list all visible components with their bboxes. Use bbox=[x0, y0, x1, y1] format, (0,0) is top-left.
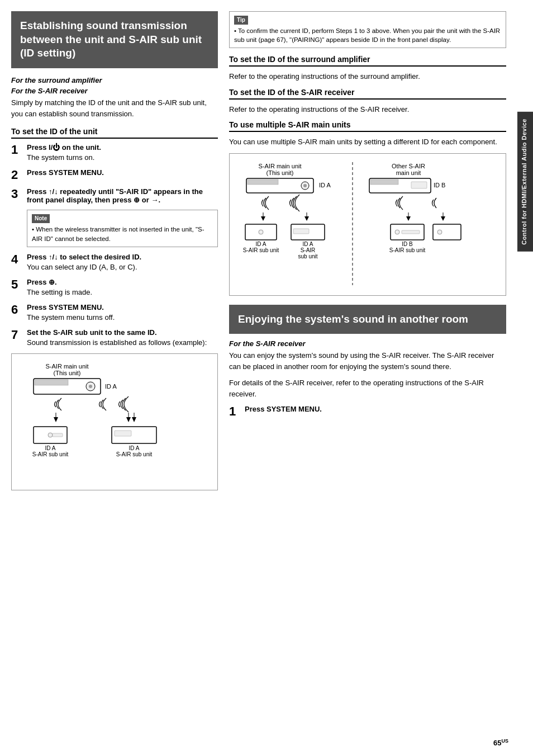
bottom-para-2: For details of the S-AIR receiver, refer… bbox=[229, 377, 506, 399]
step-3-content: Press ↑/↓ repeatedly until "S-AIR ID" ap… bbox=[27, 187, 218, 204]
svg-text:ID A: ID A bbox=[319, 182, 331, 188]
bottom-subtitle: For the S-AIR receiver bbox=[229, 339, 506, 348]
page-title: Establishing sound transmission between … bbox=[20, 19, 209, 60]
bottom-title-box: Enjoying the system's sound in another r… bbox=[229, 305, 506, 334]
section-heading-set-id: To set the ID of the unit bbox=[11, 127, 218, 139]
svg-rect-26 bbox=[248, 179, 278, 185]
step-1-desc: The system turns on. bbox=[27, 153, 218, 163]
step-2-title: Press SYSTEM MENU. bbox=[27, 168, 104, 177]
section-sair-heading: To set the ID of the S-AIR receiver bbox=[229, 88, 506, 100]
svg-rect-11 bbox=[53, 433, 63, 437]
step-1-content: Press I/⏻ on the unit. The system turns … bbox=[27, 143, 218, 163]
intro-text: Simply by matching the ID of the unit an… bbox=[11, 97, 218, 119]
diagram-2: S-AIR main unit (This unit) ID A bbox=[229, 153, 506, 296]
step-num-2: 2 bbox=[11, 168, 27, 182]
step-5-desc: The setting is made. bbox=[27, 287, 218, 297]
svg-rect-19 bbox=[115, 431, 131, 436]
bottom-step-1-title: Press SYSTEM MENU. bbox=[245, 405, 322, 413]
step-5-title: Press ⊕. bbox=[27, 278, 57, 286]
svg-point-52 bbox=[395, 230, 399, 234]
svg-marker-37 bbox=[304, 216, 309, 221]
svg-rect-47 bbox=[411, 182, 427, 188]
svg-marker-50 bbox=[406, 216, 411, 221]
step-1-title: Press I/⏻ on the unit. bbox=[27, 143, 101, 152]
svg-point-28 bbox=[303, 184, 307, 187]
step-4-title: Press ↑/↓ to select the desired ID. bbox=[27, 253, 141, 261]
svg-marker-31 bbox=[261, 216, 265, 221]
step-1: 1 Press I/⏻ on the unit. The system turn… bbox=[11, 143, 218, 163]
svg-text:ID A: ID A bbox=[105, 383, 117, 390]
step-num-7: 7 bbox=[11, 328, 27, 342]
svg-text:S-AIR main unit: S-AIR main unit bbox=[45, 363, 88, 370]
section-multiple-text: You can use multiple S-AIR main units by… bbox=[229, 136, 506, 148]
step-2: 2 Press SYSTEM MENU. bbox=[11, 168, 218, 182]
svg-point-33 bbox=[259, 230, 263, 234]
svg-text:S-AIR sub unit: S-AIR sub unit bbox=[243, 247, 279, 253]
step-3-title: Press ↑/↓ repeatedly until "S-AIR ID" ap… bbox=[27, 187, 203, 204]
svg-text:S-AIR sub unit: S-AIR sub unit bbox=[389, 247, 426, 253]
tip-label: Tip bbox=[234, 16, 248, 25]
step-num-3: 3 bbox=[11, 187, 27, 201]
svg-marker-8 bbox=[54, 417, 58, 422]
svg-text:ID B: ID B bbox=[402, 241, 413, 247]
step-5: 5 Press ⊕. The setting is made. bbox=[11, 278, 218, 297]
step-7-title: Set the S-AIR sub unit to the same ID. bbox=[27, 328, 157, 337]
bottom-step-1-content: Press SYSTEM MENU. bbox=[245, 405, 506, 413]
main-content: Establishing sound transmission between … bbox=[0, 0, 517, 756]
diagram-1-svg: S-AIR main unit (This unit) ID A bbox=[17, 360, 212, 483]
step-num-1: 1 bbox=[11, 143, 27, 157]
svg-point-5 bbox=[89, 385, 92, 388]
step-6: 6 Press SYSTEM MENU. The system menu tur… bbox=[11, 303, 218, 323]
step-4: 4 Press ↑/↓ to select the desired ID. Yo… bbox=[11, 253, 218, 272]
step-4-desc: You can select any ID (A, B, or C). bbox=[27, 262, 218, 272]
right-column: Tip • To confirm the current ID, perform… bbox=[229, 11, 506, 745]
svg-text:ID A: ID A bbox=[45, 445, 56, 451]
step-7: 7 Set the S-AIR sub unit to the same ID.… bbox=[11, 328, 218, 348]
step-3: 3 Press ↑/↓ repeatedly until "S-AIR ID" … bbox=[11, 187, 218, 204]
subtitle-2: For the S-AIR receiver bbox=[11, 87, 218, 95]
svg-rect-39 bbox=[293, 229, 309, 234]
svg-rect-53 bbox=[402, 230, 420, 234]
svg-marker-55 bbox=[441, 216, 445, 221]
step-num-6: 6 bbox=[11, 303, 27, 316]
svg-text:main unit: main unit bbox=[396, 169, 421, 176]
bottom-step-1: 1 Press SYSTEM MENU. bbox=[229, 405, 506, 418]
svg-point-10 bbox=[48, 433, 53, 437]
diagram-2-svg: S-AIR main unit (This unit) ID A bbox=[235, 159, 470, 288]
subtitle-1: For the surround amplifier bbox=[11, 76, 218, 84]
step-7-desc: Sound transmission is established as fol… bbox=[27, 338, 218, 348]
tip-text: • To confirm the current ID, perform Ste… bbox=[234, 26, 501, 44]
svg-rect-3 bbox=[35, 380, 68, 385]
left-column: Establishing sound transmission between … bbox=[11, 11, 218, 745]
section-sair-text: Refer to the operating instructions of t… bbox=[229, 104, 506, 115]
step-5-content: Press ⊕. The setting is made. bbox=[27, 278, 218, 297]
page-container: Control for HDMI/External Audio Device E… bbox=[0, 0, 533, 756]
bottom-para-1: You can enjoy the system's sound by usin… bbox=[229, 350, 506, 372]
title-box: Establishing sound transmission between … bbox=[11, 11, 218, 68]
step-2-content: Press SYSTEM MENU. bbox=[27, 168, 218, 177]
svg-text:ID A: ID A bbox=[129, 445, 140, 451]
section-surround-text: Refer to the operating instructions of t… bbox=[229, 71, 506, 82]
svg-text:(This unit): (This unit) bbox=[266, 169, 294, 176]
step-num-5: 5 bbox=[11, 278, 27, 291]
svg-text:ID A: ID A bbox=[256, 241, 266, 247]
side-tab: Control for HDMI/External Audio Device bbox=[517, 112, 533, 252]
svg-text:ID A: ID A bbox=[303, 241, 313, 247]
svg-text:(This unit): (This unit) bbox=[54, 370, 81, 376]
svg-text:S-AIR main unit: S-AIR main unit bbox=[258, 163, 301, 169]
bottom-title: Enjoying the system's sound in another r… bbox=[238, 313, 497, 327]
svg-text:sub unit: sub unit bbox=[298, 253, 317, 259]
step-6-desc: The system menu turns off. bbox=[27, 313, 218, 323]
step-7-content: Set the S-AIR sub unit to the same ID. S… bbox=[27, 328, 218, 348]
svg-text:S-AIR: S-AIR bbox=[301, 247, 316, 253]
section-multiple-heading: To use multiple S-AIR main units bbox=[229, 120, 506, 132]
step-6-content: Press SYSTEM MENU. The system menu turns… bbox=[27, 303, 218, 323]
svg-point-57 bbox=[437, 230, 442, 234]
page-number: 65US bbox=[493, 738, 508, 747]
bottom-step-num-1: 1 bbox=[229, 405, 245, 418]
step-4-content: Press ↑/↓ to select the desired ID. You … bbox=[27, 253, 218, 272]
svg-marker-15 bbox=[132, 417, 136, 422]
step-num-4: 4 bbox=[11, 253, 27, 266]
diagram-1: S-AIR main unit (This unit) ID A bbox=[11, 353, 218, 490]
svg-text:Other S-AIR: Other S-AIR bbox=[392, 163, 425, 169]
